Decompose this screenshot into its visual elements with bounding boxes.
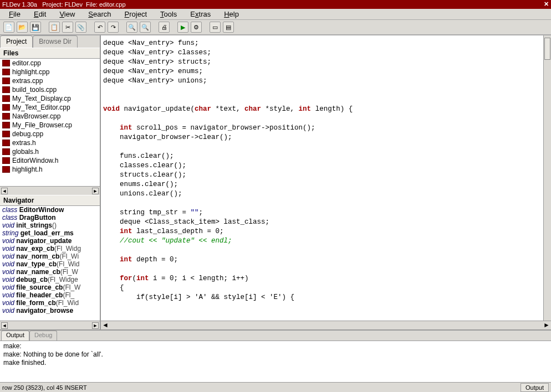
editor-hscroll[interactable]: ◄ ► bbox=[101, 321, 551, 329]
file-item[interactable]: highlight.cpp bbox=[0, 68, 100, 76]
search-next-icon[interactable]: 🔍 bbox=[140, 22, 151, 33]
file-name-label: NavBrowser.cpp bbox=[12, 112, 60, 120]
navigator-item[interactable]: void nav_exp_cb(Fl_Widg bbox=[0, 245, 100, 252]
file-name-label: EditorWindow.h bbox=[12, 157, 58, 164]
scroll-left-icon[interactable]: ◄ bbox=[1, 188, 8, 194]
app-name: FLDev 1.30a bbox=[2, 1, 37, 8]
tab-browse-dir[interactable]: Browse Dir bbox=[33, 35, 78, 48]
navigator-item[interactable]: void navigator_update bbox=[0, 237, 100, 245]
navigator-item[interactable]: class DragButton bbox=[0, 214, 100, 221]
file-item[interactable]: My_Text_Editor.cpp bbox=[0, 103, 100, 112]
options-icon[interactable]: ▤ bbox=[223, 22, 234, 33]
file-item[interactable]: build_tools.cpp bbox=[0, 85, 100, 94]
file-name-label: globals.h bbox=[12, 148, 39, 156]
files-hscroll[interactable]: ◄ ► bbox=[0, 186, 100, 195]
cpp-file-icon bbox=[2, 95, 10, 102]
menu-tools[interactable]: Tools bbox=[155, 9, 182, 19]
navigator-item[interactable]: void file_source_cb(Fl_W bbox=[0, 283, 100, 291]
menu-help[interactable]: Help bbox=[218, 9, 244, 19]
cpp-file-icon bbox=[2, 86, 10, 93]
build-icon[interactable]: ⚙ bbox=[191, 22, 202, 33]
editor-vscroll[interactable] bbox=[543, 35, 551, 321]
scroll-thumb[interactable] bbox=[544, 38, 550, 60]
cpp-file-icon bbox=[2, 122, 10, 128]
navigator-item[interactable]: void file_header_cb(Fl_ bbox=[0, 291, 100, 299]
navigator-item[interactable]: void nav_type_cb(Fl_Wid bbox=[0, 260, 100, 268]
navigator-item[interactable]: void nav_name_cb(Fl_W bbox=[0, 268, 100, 276]
file-item[interactable]: highlight.h bbox=[0, 165, 100, 174]
open-file-icon[interactable]: 📂 bbox=[17, 22, 28, 33]
save-icon[interactable]: 💾 bbox=[30, 22, 41, 33]
new-file-icon[interactable]: 📄 bbox=[3, 22, 14, 33]
window-icon[interactable]: ▭ bbox=[210, 22, 221, 33]
output-panel: Output Debug make:make: Nothing to be do… bbox=[0, 329, 551, 382]
menu-project[interactable]: Project bbox=[119, 9, 152, 19]
navigator-list[interactable]: class EditorWindowclass DragButtonvoid i… bbox=[0, 206, 100, 321]
cpp-file-icon bbox=[2, 60, 10, 66]
navigator-hscroll[interactable]: ◄ ► bbox=[0, 321, 100, 329]
search-icon[interactable]: 🔍 bbox=[126, 22, 137, 33]
tab-debug[interactable]: Debug bbox=[29, 331, 57, 341]
cpp-file-icon bbox=[2, 140, 10, 146]
menu-extras[interactable]: Extras bbox=[185, 9, 216, 19]
file-name-label: debug.cpp bbox=[12, 130, 43, 138]
status-output-button[interactable]: Output bbox=[521, 383, 549, 392]
project-label: Project: bbox=[42, 1, 63, 8]
output-line: make: Nothing to be done for `all'. bbox=[3, 350, 548, 359]
file-item[interactable]: extras.cpp bbox=[0, 76, 100, 85]
navigator-item[interactable]: string get_load_err_ms bbox=[0, 229, 100, 237]
cpp-file-icon bbox=[2, 78, 10, 84]
file-name-label: extras.cpp bbox=[12, 77, 43, 85]
editor-area: deque <Nav_entry> funs; deque <Nav_entry… bbox=[101, 35, 551, 329]
navigator-item[interactable]: class EditorWindow bbox=[0, 206, 100, 214]
window-close-icon[interactable]: ✕ bbox=[544, 1, 549, 8]
scroll-right-icon[interactable]: ► bbox=[543, 321, 550, 329]
navigator-item[interactable]: void init_strings() bbox=[0, 221, 100, 229]
tab-output[interactable]: Output bbox=[1, 331, 29, 341]
file-label: File: bbox=[86, 1, 98, 8]
navigator-header: Navigator bbox=[0, 195, 100, 206]
scroll-right-icon[interactable]: ► bbox=[92, 322, 99, 329]
scroll-left-icon[interactable]: ◄ bbox=[1, 322, 8, 329]
navigator-item[interactable]: void navigator_browse bbox=[0, 307, 100, 314]
navigator-item[interactable]: void file_form_cb(Fl_Wid bbox=[0, 299, 100, 307]
navigator-item[interactable]: void debug_cb(Fl_Widge bbox=[0, 276, 100, 283]
cpp-file-icon bbox=[2, 157, 10, 164]
scroll-right-icon[interactable]: ► bbox=[92, 188, 99, 194]
file-name-label: My_Text_Display.cp bbox=[12, 95, 71, 102]
file-name-label: My_Text_Editor.cpp bbox=[12, 104, 70, 111]
file-name-label: build_tools.cpp bbox=[12, 86, 57, 94]
code-editor[interactable]: deque <Nav_entry> funs; deque <Nav_entry… bbox=[101, 35, 551, 321]
undo-icon[interactable]: ↶ bbox=[94, 22, 105, 33]
file-item[interactable]: My_Text_Display.cp bbox=[0, 94, 100, 103]
file-item[interactable]: My_File_Browser.cp bbox=[0, 121, 100, 130]
menu-search[interactable]: Search bbox=[83, 9, 116, 19]
file-item[interactable]: globals.h bbox=[0, 147, 100, 156]
cut-icon[interactable]: ✂ bbox=[62, 22, 73, 33]
navigator-item[interactable]: void nav_norm_cb(Fl_Wi bbox=[0, 252, 100, 260]
copy-icon[interactable]: 📋 bbox=[49, 22, 60, 33]
run-icon[interactable]: ▶ bbox=[177, 22, 188, 33]
paste-icon[interactable]: 📎 bbox=[75, 22, 86, 33]
menu-edit[interactable]: Edit bbox=[28, 9, 52, 19]
output-tabs: Output Debug bbox=[0, 331, 551, 341]
status-cursor: row 250 (3523), col 45 INSERT bbox=[2, 384, 87, 391]
scroll-left-icon[interactable]: ◄ bbox=[102, 321, 109, 329]
menu-bar: File Edit View Search Project Tools Extr… bbox=[0, 9, 551, 20]
title-bar: FLDev 1.30a Project: FLDev File: editor.… bbox=[0, 0, 551, 9]
toolbar: 📄 📂 💾 📋 ✂ 📎 ↶ ↷ 🔍 🔍 🖨 ▶ ⚙ ▭ ▤ bbox=[0, 20, 551, 35]
redo-icon[interactable]: ↷ bbox=[108, 22, 119, 33]
menu-view[interactable]: View bbox=[54, 9, 80, 19]
tab-project[interactable]: Project bbox=[0, 35, 33, 48]
file-name-label: editor.cpp bbox=[12, 59, 41, 67]
file-item[interactable]: editor.cpp bbox=[0, 59, 100, 68]
menu-file[interactable]: File bbox=[3, 9, 26, 19]
file-item[interactable]: debug.cpp bbox=[0, 130, 100, 138]
file-list[interactable]: editor.cpphighlight.cppextras.cppbuild_t… bbox=[0, 59, 100, 186]
file-item[interactable]: NavBrowser.cpp bbox=[0, 112, 100, 121]
file-item[interactable]: EditorWindow.h bbox=[0, 156, 100, 165]
status-bar: row 250 (3523), col 45 INSERT Output bbox=[0, 382, 551, 392]
print-icon[interactable]: 🖨 bbox=[159, 22, 170, 33]
output-body[interactable]: make:make: Nothing to be done for `all'.… bbox=[0, 341, 551, 382]
file-item[interactable]: extras.h bbox=[0, 138, 100, 147]
